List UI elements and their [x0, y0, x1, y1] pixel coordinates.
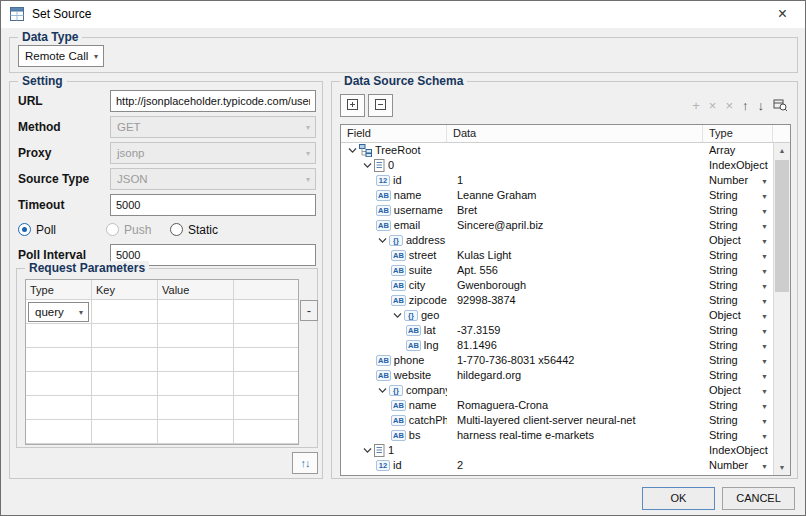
field-data[interactable] [447, 158, 703, 173]
tree-row[interactable]: ABemailSincere@april.bizString▼ [341, 218, 773, 233]
url-input[interactable] [110, 90, 316, 112]
tree-row[interactable]: ABstreetKulas LightString▼ [341, 248, 773, 263]
push-radio[interactable]: Push [106, 222, 151, 237]
field-type[interactable]: String▼ [703, 188, 773, 203]
field-type[interactable]: String▼ [703, 293, 773, 308]
chevron-down-icon[interactable] [361, 444, 374, 457]
field-data[interactable] [447, 233, 703, 248]
type-dropdown-icon[interactable]: ▼ [761, 399, 768, 414]
scroll-up-icon[interactable]: ▲ [774, 143, 790, 158]
field-type[interactable]: String▼ [703, 323, 773, 338]
tree-row[interactable]: ABlng81.1496String▼ [341, 338, 773, 353]
tree-row[interactable]: ABbsharness real-time e-marketsString▼ [341, 428, 773, 443]
tree-row[interactable]: TreeRootArray [341, 143, 773, 158]
field-type[interactable]: IndexObject [703, 158, 773, 173]
field-type[interactable]: String▼ [703, 263, 773, 278]
type-dropdown-icon[interactable]: ▼ [761, 369, 768, 384]
type-dropdown-icon[interactable]: ▼ [761, 249, 768, 264]
preview-icon[interactable] [773, 98, 788, 114]
type-dropdown-icon[interactable]: ▼ [761, 234, 768, 249]
type-dropdown-icon[interactable]: ▼ [761, 474, 768, 475]
scroll-down-icon[interactable]: ▼ [774, 460, 790, 475]
move-down-icon[interactable]: ↓ [758, 99, 765, 112]
collapse-all-button[interactable] [368, 94, 393, 117]
static-radio[interactable]: Static [170, 222, 218, 237]
field-data[interactable] [447, 443, 703, 458]
field-data[interactable]: harness real-time e-markets [447, 428, 703, 443]
field-data[interactable] [447, 383, 703, 398]
tree-row[interactable]: ABnameRomaguera-CronaString▼ [341, 398, 773, 413]
tree-row[interactable]: 0IndexObject [341, 158, 773, 173]
field-type[interactable]: String▼ [703, 398, 773, 413]
field-data[interactable]: Ervin Howell [447, 473, 703, 475]
chevron-down-icon[interactable] [346, 144, 359, 157]
field-data[interactable]: 2 [447, 458, 703, 473]
type-dropdown-icon[interactable]: ▼ [761, 189, 768, 204]
field-data[interactable]: Apt. 556 [447, 263, 703, 278]
field-type[interactable]: String▼ [703, 203, 773, 218]
field-data[interactable]: 81.1496 [447, 338, 703, 353]
proxy-select[interactable]: jsonp ▾ [110, 142, 316, 164]
field-type[interactable]: String▼ [703, 248, 773, 263]
poll-radio[interactable]: Poll [18, 222, 56, 237]
delete-field-icon[interactable]: × [709, 99, 717, 112]
chevron-down-icon[interactable] [376, 234, 389, 247]
tree-row[interactable]: ABzipcode92998-3874String▼ [341, 293, 773, 308]
type-dropdown-icon[interactable]: ▼ [761, 204, 768, 219]
field-type[interactable]: String▼ [703, 278, 773, 293]
scrollbar-thumb[interactable] [775, 160, 789, 292]
field-type[interactable]: String▼ [703, 473, 773, 475]
add-field-icon[interactable]: + [692, 99, 700, 112]
chevron-down-icon[interactable] [391, 309, 404, 322]
tree-row[interactable]: ABphone1-770-736-8031 x56442String▼ [341, 353, 773, 368]
field-data[interactable]: hildegard.org [447, 368, 703, 383]
chevron-down-icon[interactable] [361, 159, 374, 172]
type-dropdown-icon[interactable]: ▼ [761, 309, 768, 324]
tree-row[interactable]: {}geoObject▼ [341, 308, 773, 323]
field-type[interactable]: String▼ [703, 338, 773, 353]
field-type[interactable]: IndexObject [703, 443, 773, 458]
field-data[interactable]: Multi-layered client-server neural-net [447, 413, 703, 428]
field-data[interactable]: Kulas Light [447, 248, 703, 263]
type-dropdown-icon[interactable]: ▼ [761, 354, 768, 369]
type-dropdown-icon[interactable]: ▼ [761, 459, 768, 474]
field-type[interactable]: String▼ [703, 413, 773, 428]
tree-row[interactable]: 1IndexObject [341, 443, 773, 458]
field-data[interactable]: Romaguera-Crona [447, 398, 703, 413]
delete-all-icon[interactable]: × [725, 99, 733, 112]
tree-row[interactable]: ABcityGwenboroughString▼ [341, 278, 773, 293]
type-dropdown-icon[interactable]: ▼ [761, 384, 768, 399]
field-type[interactable]: String▼ [703, 353, 773, 368]
expand-all-button[interactable] [340, 94, 365, 117]
vertical-scrollbar[interactable]: ▲ ▼ [773, 143, 790, 475]
field-data[interactable]: 1-770-736-8031 x56442 [447, 353, 703, 368]
timeout-input[interactable] [110, 194, 316, 216]
field-data[interactable] [447, 308, 703, 323]
ok-button[interactable]: OK [642, 487, 715, 510]
type-dropdown-icon[interactable]: ▼ [761, 264, 768, 279]
field-data[interactable]: 92998-3874 [447, 293, 703, 308]
field-data[interactable]: Bret [447, 203, 703, 218]
field-type[interactable]: Number▼ [703, 458, 773, 473]
field-type[interactable]: Number▼ [703, 173, 773, 188]
tree-row[interactable]: ABnameLeanne GrahamString▼ [341, 188, 773, 203]
move-up-icon[interactable]: ↑ [742, 99, 749, 112]
field-data[interactable] [447, 143, 703, 158]
tree-row[interactable]: ABsuiteApt. 556String▼ [341, 263, 773, 278]
type-dropdown-icon[interactable]: ▼ [761, 174, 768, 189]
tree-row[interactable]: ABlat-37.3159String▼ [341, 323, 773, 338]
param-type-select[interactable]: query ▾ [28, 302, 89, 322]
tree-row[interactable]: {}companyObject▼ [341, 383, 773, 398]
field-type[interactable]: Array [703, 143, 773, 158]
field-data[interactable]: -37.3159 [447, 323, 703, 338]
field-data[interactable]: Sincere@april.biz [447, 218, 703, 233]
field-data[interactable]: Leanne Graham [447, 188, 703, 203]
chevron-down-icon[interactable] [376, 384, 389, 397]
type-dropdown-icon[interactable]: ▼ [761, 294, 768, 309]
param-value-cell[interactable] [158, 300, 234, 324]
reorder-button[interactable]: ↑↓ [292, 452, 318, 474]
close-icon[interactable]: × [760, 1, 805, 28]
field-type[interactable]: String▼ [703, 428, 773, 443]
param-key-cell[interactable] [92, 300, 158, 324]
type-dropdown-icon[interactable]: ▼ [761, 279, 768, 294]
